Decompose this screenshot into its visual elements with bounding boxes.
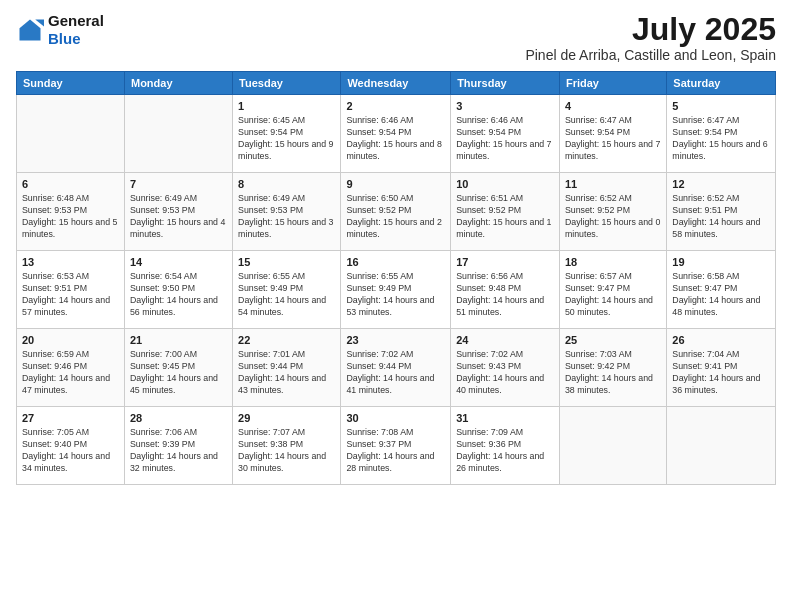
calendar-week-row: 27Sunrise: 7:05 AMSunset: 9:40 PMDayligh… <box>17 407 776 485</box>
day-number: 27 <box>22 411 119 426</box>
table-row: 22Sunrise: 7:01 AMSunset: 9:44 PMDayligh… <box>233 329 341 407</box>
table-row: 9Sunrise: 6:50 AMSunset: 9:52 PMDaylight… <box>341 173 451 251</box>
day-number: 7 <box>130 177 227 192</box>
col-friday: Friday <box>559 72 666 95</box>
col-wednesday: Wednesday <box>341 72 451 95</box>
day-info: Sunrise: 6:47 AMSunset: 9:54 PMDaylight:… <box>672 115 770 163</box>
day-number: 3 <box>456 99 554 114</box>
table-row <box>17 95 125 173</box>
day-info: Sunrise: 7:03 AMSunset: 9:42 PMDaylight:… <box>565 349 661 397</box>
table-row: 3Sunrise: 6:46 AMSunset: 9:54 PMDaylight… <box>451 95 560 173</box>
calendar-header-row: Sunday Monday Tuesday Wednesday Thursday… <box>17 72 776 95</box>
table-row: 11Sunrise: 6:52 AMSunset: 9:52 PMDayligh… <box>559 173 666 251</box>
day-number: 20 <box>22 333 119 348</box>
day-number: 21 <box>130 333 227 348</box>
calendar-week-row: 6Sunrise: 6:48 AMSunset: 9:53 PMDaylight… <box>17 173 776 251</box>
day-number: 16 <box>346 255 445 270</box>
day-info: Sunrise: 6:55 AMSunset: 9:49 PMDaylight:… <box>346 271 445 319</box>
day-number: 2 <box>346 99 445 114</box>
header: General Blue July 2025 Pinel de Arriba, … <box>16 12 776 63</box>
calendar-week-row: 13Sunrise: 6:53 AMSunset: 9:51 PMDayligh… <box>17 251 776 329</box>
day-number: 11 <box>565 177 661 192</box>
day-info: Sunrise: 7:08 AMSunset: 9:37 PMDaylight:… <box>346 427 445 475</box>
col-tuesday: Tuesday <box>233 72 341 95</box>
table-row: 28Sunrise: 7:06 AMSunset: 9:39 PMDayligh… <box>124 407 232 485</box>
calendar-week-row: 20Sunrise: 6:59 AMSunset: 9:46 PMDayligh… <box>17 329 776 407</box>
day-number: 10 <box>456 177 554 192</box>
table-row: 31Sunrise: 7:09 AMSunset: 9:36 PMDayligh… <box>451 407 560 485</box>
day-number: 31 <box>456 411 554 426</box>
day-info: Sunrise: 6:56 AMSunset: 9:48 PMDaylight:… <box>456 271 554 319</box>
day-info: Sunrise: 7:06 AMSunset: 9:39 PMDaylight:… <box>130 427 227 475</box>
calendar-table: Sunday Monday Tuesday Wednesday Thursday… <box>16 71 776 485</box>
day-info: Sunrise: 6:46 AMSunset: 9:54 PMDaylight:… <box>456 115 554 163</box>
table-row: 10Sunrise: 6:51 AMSunset: 9:52 PMDayligh… <box>451 173 560 251</box>
day-number: 6 <box>22 177 119 192</box>
day-number: 23 <box>346 333 445 348</box>
location-title: Pinel de Arriba, Castille and Leon, Spai… <box>525 47 776 63</box>
table-row: 6Sunrise: 6:48 AMSunset: 9:53 PMDaylight… <box>17 173 125 251</box>
table-row: 29Sunrise: 7:07 AMSunset: 9:38 PMDayligh… <box>233 407 341 485</box>
day-number: 28 <box>130 411 227 426</box>
day-number: 12 <box>672 177 770 192</box>
table-row <box>124 95 232 173</box>
day-info: Sunrise: 6:46 AMSunset: 9:54 PMDaylight:… <box>346 115 445 163</box>
table-row: 13Sunrise: 6:53 AMSunset: 9:51 PMDayligh… <box>17 251 125 329</box>
logo: General Blue <box>16 12 104 48</box>
day-info: Sunrise: 6:53 AMSunset: 9:51 PMDaylight:… <box>22 271 119 319</box>
day-info: Sunrise: 7:07 AMSunset: 9:38 PMDaylight:… <box>238 427 335 475</box>
table-row: 4Sunrise: 6:47 AMSunset: 9:54 PMDaylight… <box>559 95 666 173</box>
table-row: 14Sunrise: 6:54 AMSunset: 9:50 PMDayligh… <box>124 251 232 329</box>
day-number: 24 <box>456 333 554 348</box>
logo-text-general: General <box>48 12 104 30</box>
table-row: 7Sunrise: 6:49 AMSunset: 9:53 PMDaylight… <box>124 173 232 251</box>
table-row: 19Sunrise: 6:58 AMSunset: 9:47 PMDayligh… <box>667 251 776 329</box>
day-info: Sunrise: 6:45 AMSunset: 9:54 PMDaylight:… <box>238 115 335 163</box>
day-number: 1 <box>238 99 335 114</box>
table-row: 16Sunrise: 6:55 AMSunset: 9:49 PMDayligh… <box>341 251 451 329</box>
day-number: 15 <box>238 255 335 270</box>
day-number: 17 <box>456 255 554 270</box>
table-row: 30Sunrise: 7:08 AMSunset: 9:37 PMDayligh… <box>341 407 451 485</box>
day-info: Sunrise: 6:50 AMSunset: 9:52 PMDaylight:… <box>346 193 445 241</box>
day-info: Sunrise: 6:57 AMSunset: 9:47 PMDaylight:… <box>565 271 661 319</box>
table-row <box>667 407 776 485</box>
day-number: 13 <box>22 255 119 270</box>
table-row: 1Sunrise: 6:45 AMSunset: 9:54 PMDaylight… <box>233 95 341 173</box>
day-number: 9 <box>346 177 445 192</box>
table-row: 23Sunrise: 7:02 AMSunset: 9:44 PMDayligh… <box>341 329 451 407</box>
table-row: 5Sunrise: 6:47 AMSunset: 9:54 PMDaylight… <box>667 95 776 173</box>
col-thursday: Thursday <box>451 72 560 95</box>
day-number: 25 <box>565 333 661 348</box>
day-info: Sunrise: 6:48 AMSunset: 9:53 PMDaylight:… <box>22 193 119 241</box>
table-row: 12Sunrise: 6:52 AMSunset: 9:51 PMDayligh… <box>667 173 776 251</box>
table-row: 8Sunrise: 6:49 AMSunset: 9:53 PMDaylight… <box>233 173 341 251</box>
table-row: 20Sunrise: 6:59 AMSunset: 9:46 PMDayligh… <box>17 329 125 407</box>
day-number: 26 <box>672 333 770 348</box>
day-number: 29 <box>238 411 335 426</box>
day-info: Sunrise: 6:58 AMSunset: 9:47 PMDaylight:… <box>672 271 770 319</box>
table-row: 2Sunrise: 6:46 AMSunset: 9:54 PMDaylight… <box>341 95 451 173</box>
calendar-week-row: 1Sunrise: 6:45 AMSunset: 9:54 PMDaylight… <box>17 95 776 173</box>
day-info: Sunrise: 6:51 AMSunset: 9:52 PMDaylight:… <box>456 193 554 241</box>
day-number: 5 <box>672 99 770 114</box>
table-row: 18Sunrise: 6:57 AMSunset: 9:47 PMDayligh… <box>559 251 666 329</box>
day-info: Sunrise: 6:59 AMSunset: 9:46 PMDaylight:… <box>22 349 119 397</box>
table-row: 17Sunrise: 6:56 AMSunset: 9:48 PMDayligh… <box>451 251 560 329</box>
table-row: 27Sunrise: 7:05 AMSunset: 9:40 PMDayligh… <box>17 407 125 485</box>
day-info: Sunrise: 6:49 AMSunset: 9:53 PMDaylight:… <box>130 193 227 241</box>
table-row: 15Sunrise: 6:55 AMSunset: 9:49 PMDayligh… <box>233 251 341 329</box>
svg-marker-0 <box>20 20 41 41</box>
page: General Blue July 2025 Pinel de Arriba, … <box>0 0 792 612</box>
title-section: July 2025 Pinel de Arriba, Castille and … <box>525 12 776 63</box>
col-saturday: Saturday <box>667 72 776 95</box>
day-number: 8 <box>238 177 335 192</box>
day-info: Sunrise: 7:01 AMSunset: 9:44 PMDaylight:… <box>238 349 335 397</box>
day-number: 19 <box>672 255 770 270</box>
day-info: Sunrise: 7:00 AMSunset: 9:45 PMDaylight:… <box>130 349 227 397</box>
day-info: Sunrise: 7:02 AMSunset: 9:43 PMDaylight:… <box>456 349 554 397</box>
day-info: Sunrise: 6:55 AMSunset: 9:49 PMDaylight:… <box>238 271 335 319</box>
day-info: Sunrise: 7:09 AMSunset: 9:36 PMDaylight:… <box>456 427 554 475</box>
day-number: 14 <box>130 255 227 270</box>
day-number: 22 <box>238 333 335 348</box>
